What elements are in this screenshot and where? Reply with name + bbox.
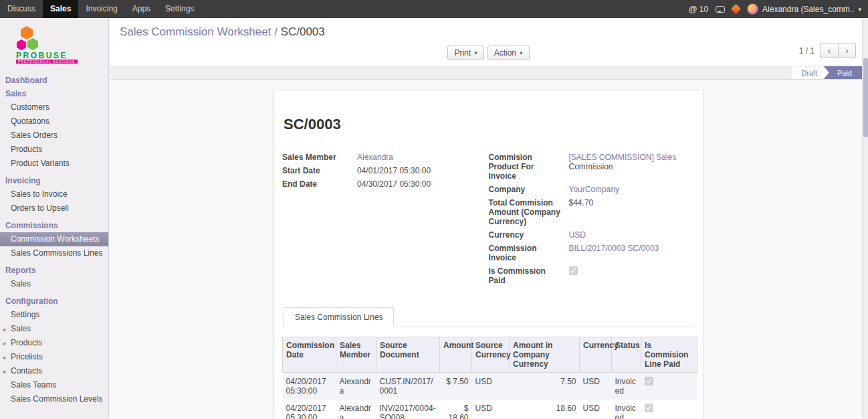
user-name: Alexandra (Sales_comm.. [762, 5, 854, 14]
menu-apps[interactable]: Apps [125, 0, 158, 18]
sidebar-item-config-products[interactable]: ▸Products [0, 336, 108, 350]
tab-sales-commission-lines[interactable]: Sales Commission Lines [284, 307, 394, 327]
field-value-company[interactable]: YourCompany [569, 185, 620, 194]
form-view: SC/0003 Sales Member Alexandra Start Dat… [109, 80, 868, 419]
field-label-is-commission-paid: Is Commission Paid [489, 264, 569, 287]
sidebar-section-sales[interactable]: Sales [0, 87, 108, 100]
record-title: SC/0003 [284, 116, 695, 133]
notification-icon[interactable] [731, 4, 742, 15]
col-header-currency[interactable]: Currency [580, 337, 612, 373]
sidebar-item-orders-to-upsell[interactable]: Orders to Upsell [0, 201, 108, 216]
sidebar-item-dashboard[interactable]: Dashboard [0, 74, 108, 87]
field-value-sales-member[interactable]: Alexandra [357, 153, 393, 162]
sidebar-item-settings[interactable]: Settings [0, 308, 108, 322]
sidebar-item-label: Sales [11, 324, 31, 333]
sidebar-item-quotations[interactable]: Quotations [0, 114, 108, 129]
sidebar-section-commissions[interactable]: Commissions [0, 219, 108, 232]
table-row[interactable]: 04/20/2017 05:30:00 Alexandra CUST.IN/20… [283, 373, 697, 400]
sidebar-item-sales-orders[interactable]: Sales Orders [0, 129, 108, 143]
cell-source-document: INV/2017/0004-SO008 [376, 400, 440, 419]
sidebar-item-commission-worksheets[interactable]: Commission Worksheets [0, 232, 108, 246]
expand-arrow-icon[interactable]: ▸ [3, 367, 7, 377]
pager-next-button[interactable]: › [838, 43, 856, 58]
print-button-label: Print [454, 48, 471, 58]
logo-subtitle: PROFESSIONAL BUSINESS [18, 60, 75, 64]
field-value-commission-product-link[interactable]: [SALES COMMISSION] Sales [569, 153, 677, 162]
mentions-counter[interactable]: @ 10 [689, 4, 709, 14]
menu-invoicing[interactable]: Invoicing [78, 0, 124, 18]
field-label-commission-product: Commision Product For Invoice [489, 151, 569, 183]
expand-arrow-icon[interactable]: ▸ [3, 339, 7, 349]
sidebar-item-label: Settings [11, 310, 39, 319]
sidebar-item-label: Sales Teams [11, 380, 56, 390]
cell-status: Invoiced [612, 400, 641, 419]
status-step-paid[interactable]: Paid [824, 66, 863, 79]
sidebar-item-label: Sales Commissions Lines [11, 248, 102, 258]
field-label-end-date: End Date [282, 177, 357, 191]
at-icon: @ [689, 4, 697, 14]
sidebar-item-label: Sales to Invoice [11, 189, 68, 199]
expand-arrow-icon[interactable]: ▸ [3, 353, 7, 363]
sidebar-item-product-variants[interactable]: Product Variants [0, 157, 108, 171]
pager: 1 / 1 ‹ › [799, 43, 856, 58]
sidebar-item-config-sales[interactable]: ▸Sales [0, 322, 108, 336]
top-navbar: Discuss Sales Invoicing Apps Settings @ … [0, 0, 868, 18]
menu-discuss[interactable]: Discuss [0, 0, 43, 18]
sidebar-item-label: Quotations [11, 116, 49, 126]
table-row[interactable]: 04/20/2017 05:30:00 Alexandra INV/2017/0… [283, 400, 697, 419]
messages-icon[interactable] [716, 6, 725, 13]
vertical-scrollbar[interactable] [862, 18, 868, 419]
sidebar-item-sales-commission-levels[interactable]: Sales Commission Levels [0, 392, 108, 406]
action-button[interactable]: Action ▾ [487, 46, 530, 60]
col-header-sales-member[interactable]: Sales Member [336, 337, 376, 373]
col-header-amount[interactable]: Amount [440, 337, 472, 373]
col-header-amount-company-currency[interactable]: Amount in Company Currency [510, 337, 580, 373]
logo-title: PROBUSE [16, 51, 68, 60]
main-menus: Discuss Sales Invoicing Apps Settings [0, 0, 201, 18]
field-label-start-date: Start Date [282, 164, 357, 177]
field-label-company: Company [489, 183, 569, 196]
sidebar-item-label: Sales [11, 279, 31, 288]
cell-status: Invoiced [612, 373, 641, 400]
col-header-status[interactable]: Status [612, 337, 641, 373]
col-header-is-commission-line-paid[interactable]: Is Commision Line Paid [641, 337, 697, 373]
sidebar-item-label: Commission Worksheets [11, 234, 99, 244]
user-menu[interactable]: Alexandra (Sales_comm.. ▾ [747, 3, 861, 15]
print-button[interactable]: Print ▾ [447, 46, 483, 60]
field-value-commission-invoice[interactable]: BILL/2017/0003 SC/0003 [569, 244, 659, 253]
menu-sales[interactable]: Sales [43, 0, 78, 18]
cell-line-paid [641, 400, 697, 419]
scrollbar-thumb[interactable] [863, 58, 868, 137]
cell-amount: $ 7.50 [440, 373, 472, 400]
status-step-draft[interactable]: Draft [792, 66, 828, 79]
col-header-commission-date[interactable]: Commission Date [283, 337, 336, 373]
pager-previous-button[interactable]: ‹ [820, 43, 838, 58]
expand-arrow-icon[interactable]: ▸ [3, 325, 7, 335]
field-value-currency[interactable]: USD [569, 230, 586, 240]
control-panel: Sales Commission Worksheet / SC/0003 Pri… [109, 18, 868, 66]
form-sheet: SC/0003 Sales Member Alexandra Start Dat… [273, 90, 704, 419]
sidebar-item-sales-teams[interactable]: Sales Teams [0, 378, 108, 392]
sidebar-item-contacts[interactable]: ▸Contacts [0, 364, 108, 378]
col-header-source-document[interactable]: Source Document [376, 337, 440, 373]
cell-commission-date: 04/20/2017 05:30:00 [283, 373, 336, 400]
menu-settings[interactable]: Settings [158, 0, 201, 18]
breadcrumb-parent-link[interactable]: Sales Commission Worksheet / [120, 25, 278, 38]
sidebar-item-reports-sales[interactable]: Sales [0, 277, 108, 291]
sidebar-item-sales-to-invoice[interactable]: Sales to Invoice [0, 187, 108, 201]
sidebar-section-invoicing[interactable]: Invoicing [0, 174, 108, 187]
sidebar-section-reports[interactable]: Reports [0, 264, 108, 277]
field-label-sales-member: Sales Member [282, 151, 357, 164]
sidebar-section-configuration[interactable]: Configuration [0, 295, 108, 308]
col-header-source-currency[interactable]: Source Currency [472, 337, 510, 373]
sidebar-item-customers[interactable]: Customers [0, 100, 108, 114]
action-button-label: Action [494, 48, 516, 58]
sidebar-item-sales-commissions-lines[interactable]: Sales Commissions Lines [0, 246, 108, 260]
breadcrumb: Sales Commission Worksheet / SC/0003 [120, 24, 857, 40]
table-header-row: Commission Date Sales Member Source Docu… [283, 337, 697, 373]
sidebar-item-label: Sales Orders [11, 131, 58, 140]
sidebar-item-products[interactable]: Products [0, 143, 108, 157]
caret-down-icon: ▾ [474, 50, 477, 56]
sidebar-item-label: Customers [11, 102, 49, 112]
sidebar-item-pricelists[interactable]: ▸Pricelists [0, 350, 108, 364]
